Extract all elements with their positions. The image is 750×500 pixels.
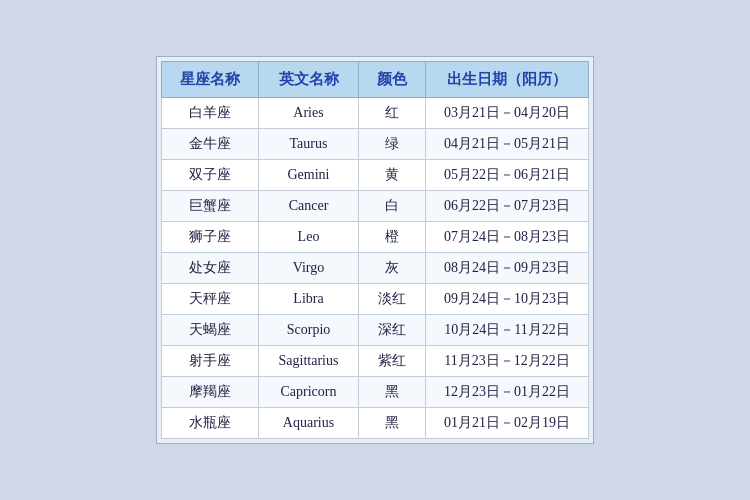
table-header-row: 星座名称 英文名称 颜色 出生日期（阳历） (162, 62, 589, 98)
zodiac-table-container: 星座名称 英文名称 颜色 出生日期（阳历） 白羊座Aries红03月21日－04… (156, 56, 594, 444)
table-row: 摩羯座Capricorn黑12月23日－01月22日 (162, 377, 589, 408)
cell-chinese: 天蝎座 (162, 315, 259, 346)
table-row: 巨蟹座Cancer白06月22日－07月23日 (162, 191, 589, 222)
header-english: 英文名称 (259, 62, 359, 98)
cell-chinese: 巨蟹座 (162, 191, 259, 222)
cell-date: 07月24日－08月23日 (426, 222, 589, 253)
cell-color: 红 (359, 98, 426, 129)
cell-date: 01月21日－02月19日 (426, 408, 589, 439)
cell-chinese: 金牛座 (162, 129, 259, 160)
header-chinese: 星座名称 (162, 62, 259, 98)
cell-english: Capricorn (259, 377, 359, 408)
cell-color: 黄 (359, 160, 426, 191)
cell-english: Aquarius (259, 408, 359, 439)
cell-color: 绿 (359, 129, 426, 160)
cell-color: 橙 (359, 222, 426, 253)
table-row: 狮子座Leo橙07月24日－08月23日 (162, 222, 589, 253)
cell-date: 10月24日－11月22日 (426, 315, 589, 346)
cell-date: 09月24日－10月23日 (426, 284, 589, 315)
cell-date: 06月22日－07月23日 (426, 191, 589, 222)
cell-chinese: 白羊座 (162, 98, 259, 129)
cell-color: 灰 (359, 253, 426, 284)
table-body: 白羊座Aries红03月21日－04月20日金牛座Taurus绿04月21日－0… (162, 98, 589, 439)
cell-chinese: 水瓶座 (162, 408, 259, 439)
cell-date: 03月21日－04月20日 (426, 98, 589, 129)
cell-color: 黑 (359, 377, 426, 408)
cell-color: 紫红 (359, 346, 426, 377)
cell-chinese: 狮子座 (162, 222, 259, 253)
cell-english: Scorpio (259, 315, 359, 346)
cell-chinese: 双子座 (162, 160, 259, 191)
cell-date: 05月22日－06月21日 (426, 160, 589, 191)
table-row: 金牛座Taurus绿04月21日－05月21日 (162, 129, 589, 160)
cell-date: 04月21日－05月21日 (426, 129, 589, 160)
cell-english: Cancer (259, 191, 359, 222)
cell-chinese: 射手座 (162, 346, 259, 377)
cell-english: Gemini (259, 160, 359, 191)
zodiac-table: 星座名称 英文名称 颜色 出生日期（阳历） 白羊座Aries红03月21日－04… (161, 61, 589, 439)
table-row: 白羊座Aries红03月21日－04月20日 (162, 98, 589, 129)
cell-chinese: 天秤座 (162, 284, 259, 315)
cell-date: 11月23日－12月22日 (426, 346, 589, 377)
table-row: 处女座Virgo灰08月24日－09月23日 (162, 253, 589, 284)
cell-english: Leo (259, 222, 359, 253)
cell-english: Virgo (259, 253, 359, 284)
cell-date: 08月24日－09月23日 (426, 253, 589, 284)
cell-color: 黑 (359, 408, 426, 439)
cell-english: Aries (259, 98, 359, 129)
header-date: 出生日期（阳历） (426, 62, 589, 98)
table-row: 天秤座Libra淡红09月24日－10月23日 (162, 284, 589, 315)
cell-color: 深红 (359, 315, 426, 346)
cell-english: Taurus (259, 129, 359, 160)
table-row: 天蝎座Scorpio深红10月24日－11月22日 (162, 315, 589, 346)
table-row: 射手座Sagittarius紫红11月23日－12月22日 (162, 346, 589, 377)
cell-color: 白 (359, 191, 426, 222)
table-row: 水瓶座Aquarius黑01月21日－02月19日 (162, 408, 589, 439)
cell-color: 淡红 (359, 284, 426, 315)
cell-date: 12月23日－01月22日 (426, 377, 589, 408)
cell-chinese: 摩羯座 (162, 377, 259, 408)
cell-english: Libra (259, 284, 359, 315)
cell-english: Sagittarius (259, 346, 359, 377)
cell-chinese: 处女座 (162, 253, 259, 284)
table-row: 双子座Gemini黄05月22日－06月21日 (162, 160, 589, 191)
header-color: 颜色 (359, 62, 426, 98)
